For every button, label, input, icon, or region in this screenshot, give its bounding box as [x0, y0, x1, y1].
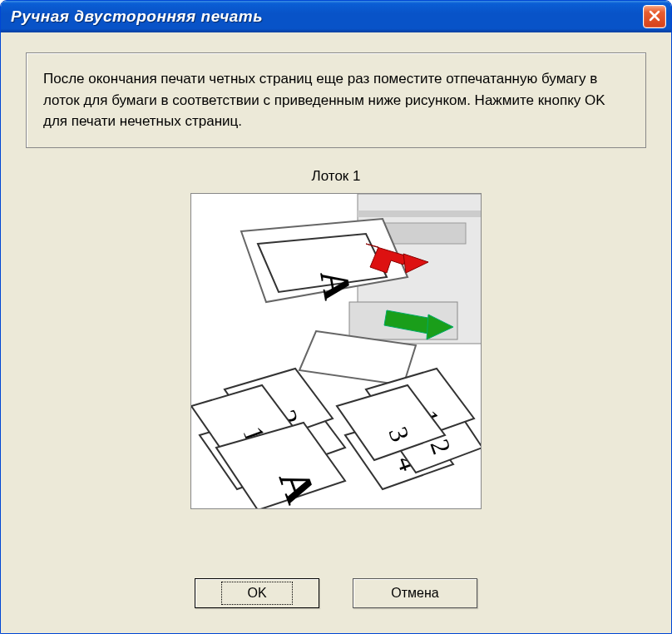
svg-rect-1: [358, 211, 482, 217]
cancel-button-label: Отмена: [391, 586, 438, 600]
ok-button[interactable]: OK: [195, 578, 319, 608]
dialog-window: Ручная двусторонняя печать После окончан…: [0, 0, 672, 634]
titlebar: Ручная двусторонняя печать: [1, 1, 671, 32]
close-button[interactable]: [643, 5, 666, 28]
printer-illustration: A 4: [190, 193, 482, 509]
cancel-button[interactable]: Отмена: [353, 578, 477, 608]
dialog-content: После окончания печати четных страниц ещ…: [1, 32, 671, 633]
ok-button-label: OK: [221, 582, 292, 605]
close-icon: [648, 9, 661, 25]
tray-label: Лоток 1: [26, 168, 646, 185]
button-row: OK Отмена: [26, 562, 646, 617]
window-title: Ручная двусторонняя печать: [11, 7, 263, 26]
illustration-container: A 4: [26, 193, 646, 562]
instruction-message: После окончания печати четных страниц ещ…: [26, 52, 646, 148]
